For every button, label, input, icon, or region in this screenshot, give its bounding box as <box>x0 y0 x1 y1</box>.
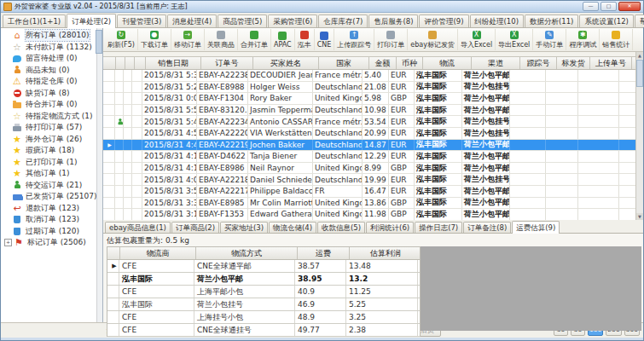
sidebar-item-refunded[interactable]: ↩退款订单 (123) <box>1 203 102 215</box>
program-debug-button[interactable]: ✱程序调试 <box>566 29 600 50</box>
main-tab-5[interactable]: 商品管理(5) <box>218 14 267 27</box>
sidebar-item-other[interactable]: ★其他订单 (1) <box>1 168 102 180</box>
order-row[interactable]: 2015/8/31 0:00EBAY-F1304Rory BakerUnited… <box>103 93 643 105</box>
detail-tab-4[interactable]: 物流仓储(4) <box>269 222 316 233</box>
freight-header-3[interactable]: 估算利润 <box>350 247 422 259</box>
download-orders-button[interactable]: ●下载订单 <box>138 29 171 50</box>
scroll-down-arrow[interactable]: ▼ <box>636 213 643 220</box>
grid-header-country[interactable]: 国家 <box>319 57 369 69</box>
sidebar-item-unknown-product[interactable]: 商品未知 (0) <box>1 65 102 77</box>
sidebar-item-expired[interactable]: 过期订单 (120) <box>1 226 102 238</box>
sidebar-scrollbar[interactable] <box>96 28 102 322</box>
apac-button[interactable]: APAC <box>271 29 295 50</box>
order-row[interactable]: 2015/8/31 5:37EBAY-A22238DECOUDIER Jean-… <box>103 70 643 82</box>
main-tab-1[interactable]: 工作台(1)(1+1) <box>3 14 66 27</box>
grid-header-date[interactable]: 销售日期 <box>146 57 201 69</box>
link-products-button[interactable]: 关联商品 <box>205 29 238 50</box>
sidebar-item-assign-logistics[interactable]: ☆待指定物流方式 (1) <box>1 111 102 123</box>
sidebar-item-all-orders[interactable]: ⌂所有订单 (28010) <box>1 30 102 42</box>
order-row[interactable]: 2015/8/31 3:18EBAY-F1353Edward GatheralU… <box>103 209 643 220</box>
order-row[interactable]: 2015/8/31 5:58EBAY-83120...Jasmin Tepper… <box>103 105 643 117</box>
refresh-button[interactable]: ↻刷新(F5) <box>105 29 138 50</box>
detail-tab-3[interactable]: 买家地址(3) <box>220 222 268 233</box>
order-row[interactable]: 2015/8/31 4:11EBAY-E8986Neil RaynorUnite… <box>103 163 643 175</box>
grid-header-currency[interactable]: 币种 <box>397 57 423 69</box>
sidebar-item-overseas-warehouse[interactable]: ★海外仓订单 (26) <box>1 134 102 146</box>
main-tab-13[interactable]: 帮助关于(13) <box>635 14 644 27</box>
freight-row[interactable]: CFE上海平邮小包40.911.25 <box>107 286 420 298</box>
sidebar-item-cancelled[interactable]: 取消订单 (123) <box>1 214 102 226</box>
order-row[interactable]: 2015/8/31 3:30EBAY-E8985Mr Colin Marriot… <box>103 198 643 210</box>
sidebar-item-marked[interactable]: +⚑标记订单 (2506) <box>1 237 102 249</box>
order-row[interactable]: 2015/8/31 5:28EBAY-E8988Holger WeissDeut… <box>103 82 643 94</box>
print-order-button[interactable]: 打印订单 <box>374 29 408 50</box>
main-tab-6[interactable]: 采购管理(6) <box>268 14 317 27</box>
manual-order-button[interactable]: ✎手动订单 <box>533 29 566 50</box>
sidebar-item-to-merge[interactable]: 待合并订单 (0) <box>1 99 102 111</box>
grid-vertical-scrollbar[interactable]: ▲ ▼ <box>635 52 643 220</box>
grid-header-order_no[interactable]: 订单号 <box>201 57 253 69</box>
order-row[interactable]: ▶2015/8/31 4:45EBAY-A22219Jochen BakkerD… <box>103 140 643 152</box>
grid-header-logistics[interactable]: 物流 <box>423 57 472 69</box>
freight-row[interactable]: CFE上海挂号小包48.93.25 <box>107 311 420 324</box>
sidebar-scroll-thumb[interactable] <box>96 30 102 54</box>
sidebar-item-out-of-stock[interactable]: 缺货订单 (8) <box>1 88 102 100</box>
main-tab-2[interactable]: 订单处理(2) <box>67 14 116 28</box>
detail-tab-9[interactable]: 运费估算(9) <box>512 221 560 234</box>
detail-tab-1[interactable]: ebay商品信息(1) <box>105 222 171 233</box>
grid-header-channel[interactable]: 渠道 <box>472 57 520 69</box>
order-row[interactable]: 2015/8/31 5:47EBAY-A22234Antonio CASSARO… <box>103 116 643 128</box>
detail-tab-7[interactable]: 操作日志(7) <box>415 222 462 233</box>
main-tab-3[interactable]: 刊登管理(3) <box>117 14 166 27</box>
ebay-mark-shipped-button[interactable]: ebay标记发货 <box>408 29 458 50</box>
order-row[interactable]: 2015/8/31 4:53EBAY-A22220VIA Werkstätten… <box>103 128 643 140</box>
close-button[interactable]: ✕ <box>618 2 641 11</box>
sales-stats-button[interactable]: 销售统计 <box>600 29 633 50</box>
main-tab-4[interactable]: 消息处理(4) <box>167 14 217 27</box>
sidebar-item-defective[interactable]: ★瑕疵订单 (18) <box>1 145 102 157</box>
scroll-up-arrow[interactable]: ▲ <box>636 52 643 59</box>
main-tab-12[interactable]: 系统设置(12) <box>579 14 633 27</box>
freight-header-0[interactable]: 物流商 <box>120 247 196 259</box>
upload-tracking-button[interactable]: ↑上传跟踪号 <box>334 29 374 50</box>
grid-header-upload[interactable]: 上传单号 <box>590 57 632 69</box>
detail-tab-8[interactable]: 订单备注(8) <box>463 222 511 233</box>
detail-tab-6[interactable]: 利润统计(6) <box>366 222 414 233</box>
export-excel-button[interactable]: X导出Excel <box>496 29 533 50</box>
detail-tab-5[interactable]: 收款信息(5) <box>317 222 365 233</box>
order-row[interactable]: 2015/8/31 4:15EBAY-D4622Tanja BienerDeut… <box>103 151 643 163</box>
grid-header-buyer[interactable]: 买家姓名 <box>253 57 319 69</box>
grid-header-amount[interactable]: 金额 <box>369 57 397 69</box>
cne-button[interactable]: CNE <box>315 29 335 50</box>
sidebar-item-assign-warehouse[interactable]: ⚠待指定仓库 (0) <box>1 76 102 88</box>
sidebar-item-printed[interactable]: ★已打印订单 (1) <box>1 157 102 169</box>
order-row[interactable]: 2015/8/31 3:53EBAY-A22217Philippe Baldac… <box>103 186 643 198</box>
maximize-button[interactable]: ▢ <box>600 2 617 11</box>
main-tab-7[interactable]: 仓库库存(7) <box>318 14 368 27</box>
freight-header-2[interactable]: 运费 <box>298 247 350 259</box>
detail-tab-2[interactable]: 订单商品(2) <box>171 222 219 233</box>
sidebar-item-to-print[interactable]: 待打印订单 (57) <box>1 122 102 134</box>
order-row[interactable]: 2015/8/31 4:00EBAY-A22218Daniel Schniede… <box>103 174 643 186</box>
freight-row[interactable]: 泓丰国际荷兰小包挂号46.95.25 <box>107 298 420 311</box>
sidebar-item-unpaid[interactable]: ☆未付款订单 (1132) <box>1 42 102 54</box>
freight-row[interactable]: CFECNE全球通挂号49.772.38 <box>107 324 420 337</box>
freight-row[interactable]: ▶CFECNE全球通平邮38.5713.48 <box>107 260 420 273</box>
scroll-thumb[interactable] <box>636 60 643 87</box>
sidebar-item-to-dispatch[interactable]: 待交运订单 (21) <box>1 180 102 192</box>
main-tab-10[interactable]: 纠纷处理(10) <box>470 14 524 27</box>
main-tab-9[interactable]: 评价管理(9) <box>419 14 468 27</box>
import-excel-button[interactable]: X导入Excel <box>458 29 496 50</box>
main-tab-8[interactable]: 售后服务(8) <box>368 14 418 27</box>
hongfeng-button[interactable]: 泓丰 <box>295 29 315 50</box>
sidebar-item-marked-expand-toggle[interactable]: + <box>4 239 12 246</box>
merge-orders-button[interactable]: 合并订单 <box>238 29 271 50</box>
minimize-button[interactable]: — <box>583 2 599 11</box>
freight-header-1[interactable]: 物流方式 <box>196 247 298 259</box>
freight-row[interactable]: 泓丰国际荷兰小包平邮38.9513.2 <box>107 273 420 286</box>
grid-header-tracking[interactable]: 跟踪号 <box>520 57 557 69</box>
grid-header-flag[interactable]: 标发货 <box>557 57 590 69</box>
sidebar-item-shipped[interactable]: 已发货订单 (25107) <box>1 191 102 203</box>
move-order-button[interactable]: →移动订单 <box>171 29 205 50</box>
main-tab-11[interactable]: 数据分析(11) <box>525 14 578 27</box>
